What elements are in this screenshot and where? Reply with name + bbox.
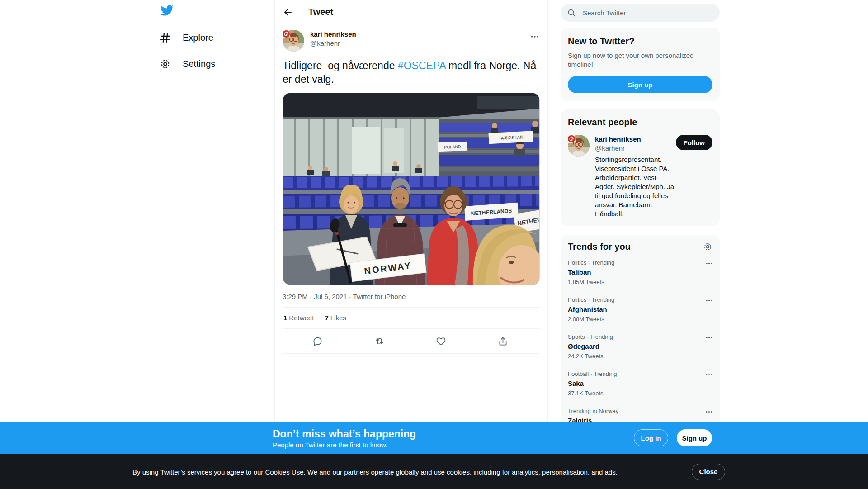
back-icon[interactable] (282, 7, 293, 18)
follow-button[interactable]: Follow (676, 135, 713, 150)
close-button[interactable]: Close (692, 464, 725, 480)
more-icon[interactable] (705, 296, 713, 305)
cookie-text: By using Twitter’s services you agree to… (132, 468, 618, 475)
reply-button[interactable] (312, 336, 323, 347)
author-name[interactable]: kari henriksen (310, 30, 530, 39)
trend-tweet-count: 24.2K Tweets (568, 353, 712, 360)
trend-name: Taliban (568, 268, 712, 277)
retweet-count: 1 (283, 314, 287, 322)
person-name[interactable]: kari henriksen (595, 135, 676, 144)
more-icon[interactable] (705, 259, 713, 268)
avatar[interactable] (283, 30, 304, 52)
signup-button[interactable]: Sign up (568, 76, 712, 93)
trend-name: Saka (568, 379, 712, 388)
trend-category: Politics · Trending (568, 259, 712, 266)
avatar[interactable] (568, 135, 590, 157)
relevant-people-title: Relevant people (568, 117, 712, 128)
tweet-timestamp[interactable]: 3:29 PM · Jul 6, 2021 · Twitter for iPho… (283, 293, 540, 300)
tweet-author-block[interactable]: kari henriksen @karhenr (310, 30, 530, 48)
sidebar-item-settings[interactable]: Settings (160, 58, 241, 70)
reply-icon (312, 336, 323, 347)
trend-tweet-count: 37.1K Tweets (568, 390, 712, 397)
signup-banner: Don’t miss what’s happening People on Tw… (0, 422, 868, 454)
tweet-header: Tweet (275, 0, 547, 24)
more-icon[interactable] (705, 408, 713, 416)
share-icon (498, 336, 508, 347)
trend-name: Ødegaard (568, 342, 712, 351)
retweet-stat[interactable]: 1Retweet (283, 314, 314, 322)
trends-settings-gear-icon[interactable] (703, 242, 712, 252)
trend-category: Politics · Trending (568, 296, 712, 304)
tweet-text: Tidligere og nåværende #OSCEPA medl fra … (283, 59, 539, 86)
like-label: Likes (330, 314, 346, 322)
trends-title: Trends for you (568, 241, 631, 252)
more-icon[interactable] (530, 32, 540, 42)
trend-item[interactable]: Politics · Trending Taliban 1.85M Tweets (561, 254, 720, 291)
twitter-tweet-page: Explore Settings Tweet kari henriksen @k… (0, 0, 868, 489)
trend-category: Sports · Trending (568, 333, 712, 341)
retweet-label: Retweet (289, 314, 314, 322)
trend-item[interactable]: Politics · Trending Afghanistan 2.08M Tw… (561, 291, 720, 328)
cookie-consent-bar: By using Twitter’s services you agree to… (0, 454, 868, 489)
search-icon (567, 9, 576, 17)
signup-card-subtitle: Sign up now to get your own personalized… (568, 51, 712, 69)
like-button[interactable] (436, 336, 446, 347)
trend-item[interactable]: Football · Trending Saka 37.1K Tweets (561, 365, 720, 402)
share-button[interactable] (498, 336, 508, 347)
banner-subtitle: People on Twitter are the first to know. (273, 441, 416, 449)
person-bio: Stortingsrepresentant. Visepresident i O… (595, 155, 676, 218)
trend-name: Afghanistan (568, 305, 712, 314)
author-handle[interactable]: @karhenr (310, 39, 530, 48)
hash-icon (160, 32, 171, 43)
search-input[interactable] (582, 9, 706, 17)
banner-signup-button[interactable]: Sign up (677, 429, 712, 446)
signup-card-title: New to Twitter? (568, 36, 712, 47)
right-sidebar: New to Twitter? Sign up now to get your … (561, 4, 720, 456)
relevant-people-card: Relevant people kari henriksen @karhenr … (561, 109, 720, 226)
login-button[interactable]: Log in (634, 429, 668, 446)
person-handle[interactable]: @karhenr (595, 144, 676, 153)
sidebar-item-explore[interactable]: Explore (160, 32, 241, 43)
tweet-text-part: Tidligere og nåværende (283, 60, 398, 71)
sidebar-item-label: Explore (183, 33, 213, 43)
tweet-detail: kari henriksen @karhenr Tidligere og nåv… (275, 24, 547, 354)
trend-category: Football · Trending (568, 370, 712, 378)
trend-item[interactable]: Sports · Trending Ødegaard 24.2K Tweets (561, 328, 720, 365)
main-column: Tweet kari henriksen @karhenr Tidligere … (274, 0, 548, 422)
more-icon[interactable] (705, 370, 713, 379)
new-to-twitter-card: New to Twitter? Sign up now to get your … (561, 28, 720, 101)
sidebar-item-label: Settings (183, 59, 215, 69)
tweet-stats: 1Retweet 7Likes (283, 308, 540, 322)
hashtag-link[interactable]: #OSCEPA (398, 60, 446, 71)
left-sidebar: Explore Settings (160, 4, 241, 70)
gear-icon (160, 58, 171, 70)
retweet-icon (374, 336, 385, 347)
trend-category: Trending in Norway (568, 408, 712, 415)
person-row: kari henriksen @karhenr Stortingsreprese… (568, 135, 712, 218)
twitter-logo-icon[interactable] (160, 4, 174, 17)
search-bar[interactable] (561, 4, 720, 22)
trend-tweet-count: 2.08M Tweets (568, 316, 712, 323)
like-stat[interactable]: 7Likes (325, 314, 346, 322)
photo-sign-poland: POLAND (444, 144, 461, 149)
retweet-button[interactable] (374, 336, 385, 347)
like-count: 7 (325, 314, 328, 322)
trend-tweet-count: 1.85M Tweets (568, 279, 712, 286)
divider (283, 353, 540, 354)
tweet-action-bar (283, 329, 540, 353)
more-icon[interactable] (705, 333, 713, 342)
like-icon (436, 336, 446, 347)
page-title: Tweet (308, 7, 333, 17)
banner-title: Don’t miss what’s happening (273, 427, 416, 440)
tweet-photo[interactable]: TAJIKISTAN POLAND (283, 93, 540, 285)
